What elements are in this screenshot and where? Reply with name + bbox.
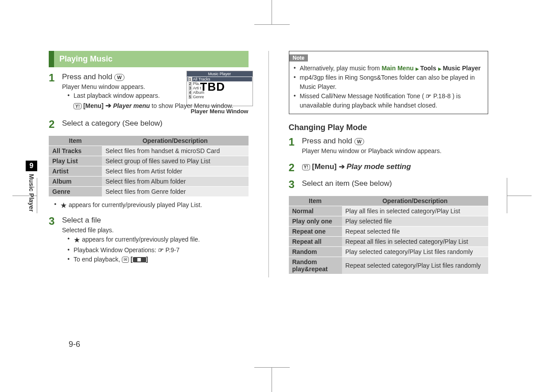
step-title: Select a file: [62, 216, 249, 225]
side-tab: 9 Music Player: [26, 161, 37, 212]
step-number: 1: [49, 73, 59, 83]
crop-mark: [254, 367, 290, 368]
step-title: Select a category (See below): [62, 119, 249, 128]
table-row: Repeat oneRepeat selected file: [289, 227, 489, 237]
arrow-icon: ➔: [105, 102, 113, 109]
table-row: Play ListSelect group of files saved to …: [49, 156, 249, 166]
w-key-icon: W: [354, 138, 364, 145]
column-divider: [268, 51, 269, 277]
reference-icon: ☞: [425, 92, 432, 101]
step-1: 1 Press and hold W Player Menu window or…: [302, 137, 489, 154]
note-item: Missed Call/New Message Notification Ton…: [294, 92, 484, 110]
step-subtext: Player Menu window or Playback window ap…: [302, 147, 489, 154]
step-2: 2 Select a category (See below): [62, 119, 249, 128]
heading-text: Playing Music: [54, 51, 249, 67]
step-note: To end playback, ✉ []: [67, 255, 249, 264]
category-table: Item Operation/Description All TracksSel…: [49, 136, 249, 196]
chapter-label: Music Player: [28, 171, 35, 212]
crop-mark: [272, 368, 272, 392]
crop-mark: [254, 24, 290, 25]
step-number: 2: [289, 162, 299, 173]
table-row: Play only onePlay selected file: [289, 216, 489, 227]
crop-mark: [507, 196, 532, 196]
step-title: Y! [Menu] ➔ Play mode setting: [302, 162, 489, 171]
table-header: Item: [289, 196, 342, 206]
arrow-icon: ➔: [339, 163, 346, 170]
step-title: Select an item (See below): [302, 179, 489, 188]
table-row: RandomPlay selected category/Play List f…: [289, 247, 489, 257]
step-number: 3: [289, 179, 299, 190]
step-note: Last playback window appears. Y! [Menu] …: [67, 91, 249, 111]
chapter-number: 9: [26, 161, 37, 171]
step-note: ★ appears for currently/previously playe…: [67, 234, 249, 246]
w-key-icon: W: [114, 74, 124, 81]
table-row: AlbumSelect files from Album folder: [49, 177, 249, 187]
play-mode-table: Item Operation/Description NormalPlay al…: [289, 196, 489, 274]
table-footnote: ★ appears for currently/previously playe…: [54, 200, 249, 211]
screenshot-title: Music Player: [187, 71, 253, 77]
table-row: ArtistSelect files from Artist folder: [49, 166, 249, 177]
y-button-icon: Y!: [302, 164, 310, 170]
left-column: Playing Music Music Player 1All Tracks 2…: [49, 51, 249, 277]
star-icon: ★: [74, 236, 80, 244]
table-header: Operation/Description: [342, 196, 489, 206]
note-box: Note Alternatively, play music from Main…: [289, 51, 489, 114]
right-column: Note Alternatively, play music from Main…: [289, 51, 489, 277]
reference-icon: ☞: [157, 246, 165, 255]
triangle-icon: ▶: [416, 66, 420, 71]
table-row: All TracksSelect files from handset & mi…: [49, 146, 249, 156]
note-item: Alternatively, play music from Main Menu…: [294, 64, 484, 73]
page-number: 9-6: [69, 340, 80, 349]
table-header: Item: [49, 136, 102, 146]
triangle-icon: ▶: [438, 66, 443, 71]
note-label: Note: [289, 54, 308, 61]
step-note: Playback Window Operations: ☞ P.9-7: [67, 246, 249, 255]
stop-icon: [133, 257, 146, 262]
step-subtext: Selected file plays.: [62, 227, 249, 234]
table-row: NormalPlay all files in selected categor…: [289, 206, 489, 216]
table-row: Repeat allRepeat all files in selected c…: [289, 237, 489, 247]
table-row: GenreSelect files from Genre folder: [49, 187, 249, 197]
crop-mark: [272, 0, 272, 24]
subsection-heading: Changing Play Mode: [289, 123, 489, 132]
table-row: Random play&repeatRepeat selected catego…: [289, 257, 489, 274]
step-3: 3 Select an item (See below): [302, 179, 489, 188]
crop-mark: [507, 178, 507, 213]
star-icon: ★: [60, 201, 67, 210]
step-number: 1: [289, 137, 299, 147]
step-number: 2: [49, 119, 59, 130]
step-3: 3 Select a file Selected file plays. ★ a…: [62, 216, 249, 265]
step-number: 3: [49, 216, 59, 227]
mail-key-icon: ✉: [122, 257, 129, 263]
table-header: Operation/Description: [102, 136, 249, 146]
step-title: Press and hold W: [302, 137, 489, 146]
y-button-icon: Y!: [74, 103, 82, 109]
section-heading: Playing Music: [49, 51, 249, 67]
note-item: mp4/3gp files in Ring Songs&Tones folder…: [294, 73, 484, 92]
step-2: 2 Y! [Menu] ➔ Play mode setting: [302, 162, 489, 171]
